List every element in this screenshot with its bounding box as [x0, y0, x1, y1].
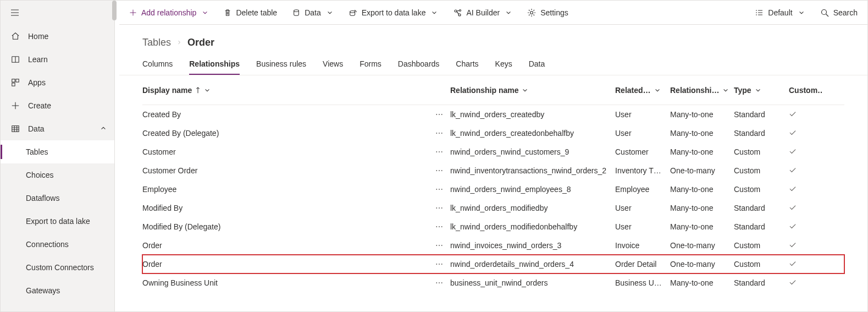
row-more-button[interactable]: ⋯: [428, 110, 450, 119]
cell-relationship-name: nwind_inventorytransactions_nwind_orders…: [450, 166, 615, 175]
table-row[interactable]: Created By (Delegate) ⋯ lk_nwind_orders_…: [142, 124, 844, 143]
check-icon: [789, 204, 797, 211]
data-menu-label: Data: [305, 8, 321, 17]
col-display-name[interactable]: Display name: [142, 86, 428, 95]
nav-subitem-dataflows[interactable]: Dataflows: [1, 187, 114, 210]
nav-subitem-connections[interactable]: Connections: [1, 233, 114, 256]
table-row[interactable]: Customer ⋯ nwind_orders_nwind_customers_…: [142, 143, 844, 161]
ai-builder-label: AI Builder: [466, 8, 500, 17]
table-row[interactable]: Customer Order ⋯ nwind_inventorytransact…: [142, 161, 844, 180]
nav-subitem-gateways[interactable]: Gateways: [1, 279, 114, 302]
sidebar-scrollbar[interactable]: [112, 1, 117, 311]
cell-type: Custom: [734, 260, 789, 269]
nav-item-label: Create: [28, 101, 51, 110]
nav-item-learn[interactable]: Learn: [1, 48, 114, 71]
tab-keys[interactable]: Keys: [495, 59, 512, 75]
nav-subitem-export-to-data-lake[interactable]: Export to data lake: [1, 210, 114, 233]
tab-dashboards[interactable]: Dashboards: [398, 59, 440, 75]
cell-relationship-type: One-to-many: [670, 260, 734, 269]
col-relationship-name-label: Relationship name: [450, 86, 518, 95]
tab-charts[interactable]: Charts: [456, 59, 478, 75]
table-row[interactable]: Order ⋯ nwind_orderdetails_nwind_orders_…: [142, 255, 844, 273]
book-icon: [10, 55, 20, 64]
table-row[interactable]: Modified By ⋯ lk_nwind_orders_modifiedby…: [142, 199, 844, 217]
row-more-button[interactable]: ⋯: [428, 278, 450, 287]
delete-table-button[interactable]: Delete table: [224, 8, 277, 17]
check-icon: [789, 185, 797, 192]
row-more-button[interactable]: ⋯: [428, 147, 450, 156]
tab-data[interactable]: Data: [529, 59, 545, 75]
col-related-label: Related…: [615, 86, 651, 95]
tab-views[interactable]: Views: [323, 59, 343, 75]
cell-custom: [789, 147, 822, 156]
nav-item-data[interactable]: Data: [1, 117, 114, 140]
table-row[interactable]: Order ⋯ nwind_invoices_nwind_orders_3 In…: [142, 236, 844, 255]
cell-related: User: [615, 110, 670, 119]
chevron-down-icon: [204, 87, 211, 94]
table-row[interactable]: Owning Business Unit ⋯ business_unit_nwi…: [142, 273, 844, 292]
tab-forms[interactable]: Forms: [360, 59, 382, 75]
breadcrumb-root[interactable]: Tables: [142, 37, 171, 48]
data-menu-button[interactable]: Data: [292, 8, 333, 17]
view-default-button[interactable]: Default: [755, 8, 804, 17]
hamburger-button[interactable]: [1, 1, 114, 25]
table-row[interactable]: Modified By (Delegate) ⋯ lk_nwind_orders…: [142, 217, 844, 236]
command-bar: Add relationship Delete table Data Expor…: [119, 1, 867, 25]
nav-subitem-tables[interactable]: Tables: [1, 140, 114, 163]
ai-builder-button[interactable]: AI Builder: [453, 8, 512, 17]
cell-display-name: Modified By (Delegate): [142, 222, 428, 231]
nav-subitem-choices[interactable]: Choices: [1, 163, 114, 187]
col-relationship-type[interactable]: Relationshi…: [670, 86, 734, 95]
nav-item-label: Data: [28, 124, 45, 133]
cell-related: Order Detail: [615, 260, 670, 269]
row-more-button[interactable]: ⋯: [428, 241, 450, 250]
row-more-button[interactable]: ⋯: [428, 222, 450, 231]
col-relationship-name[interactable]: Relationship name: [450, 86, 615, 95]
cell-relationship-type: Many-to-one: [670, 222, 734, 231]
nav-item-create[interactable]: Create: [1, 94, 114, 117]
search-label: Search: [833, 8, 858, 17]
cell-custom: [789, 222, 822, 231]
tab-business-rules[interactable]: Business rules: [256, 59, 306, 75]
plus-icon: [129, 9, 137, 17]
database-icon: [292, 8, 300, 17]
nav-subitem-custom-connectors[interactable]: Custom Connectors: [1, 256, 114, 279]
search-button[interactable]: Search: [820, 8, 858, 17]
chevron-down-icon: [327, 9, 333, 16]
add-relationship-label: Add relationship: [141, 8, 196, 17]
check-icon: [789, 279, 797, 286]
export-data-lake-button[interactable]: Export to data lake: [349, 8, 438, 17]
cell-related: Employee: [615, 185, 670, 194]
nav-item-home[interactable]: Home: [1, 25, 114, 48]
row-more-button[interactable]: ⋯: [428, 260, 450, 269]
row-more-button[interactable]: ⋯: [428, 166, 450, 175]
settings-button[interactable]: Settings: [527, 8, 568, 17]
cell-relationship-type: Many-to-one: [670, 185, 734, 194]
row-more-button[interactable]: ⋯: [428, 204, 450, 212]
main-area: Add relationship Delete table Data Expor…: [119, 1, 867, 311]
row-more-button[interactable]: ⋯: [428, 129, 450, 138]
col-custom-label: Custom…: [789, 86, 822, 95]
cell-related: User: [615, 204, 670, 212]
col-type-label: Type: [734, 86, 751, 95]
plus-icon: [10, 101, 20, 110]
col-type[interactable]: Type: [734, 86, 789, 95]
table-row[interactable]: Created By ⋯ lk_nwind_orders_createdby U…: [142, 105, 844, 124]
tab-columns[interactable]: Columns: [142, 59, 173, 75]
relationships-grid: Display name Relationship name Related… …: [119, 75, 867, 292]
table-row[interactable]: Employee ⋯ nwind_orders_nwind_employees_…: [142, 180, 844, 199]
cell-custom: [789, 204, 822, 212]
col-related[interactable]: Related…: [615, 86, 670, 95]
add-relationship-button[interactable]: Add relationship: [129, 8, 208, 17]
row-more-button[interactable]: ⋯: [428, 185, 450, 194]
nav-item-apps[interactable]: Apps: [1, 71, 114, 94]
delete-table-label: Delete table: [236, 8, 277, 17]
col-custom[interactable]: Custom…: [789, 86, 822, 95]
cell-display-name: Owning Business Unit: [142, 278, 428, 287]
breadcrumb-current: Order: [187, 37, 214, 48]
cell-relationship-type: One-to-many: [670, 241, 734, 250]
chevron-up-icon: [100, 124, 107, 133]
tab-relationships[interactable]: Relationships: [189, 59, 240, 75]
cell-custom: [789, 110, 822, 119]
cell-related: Business U…: [615, 278, 670, 287]
